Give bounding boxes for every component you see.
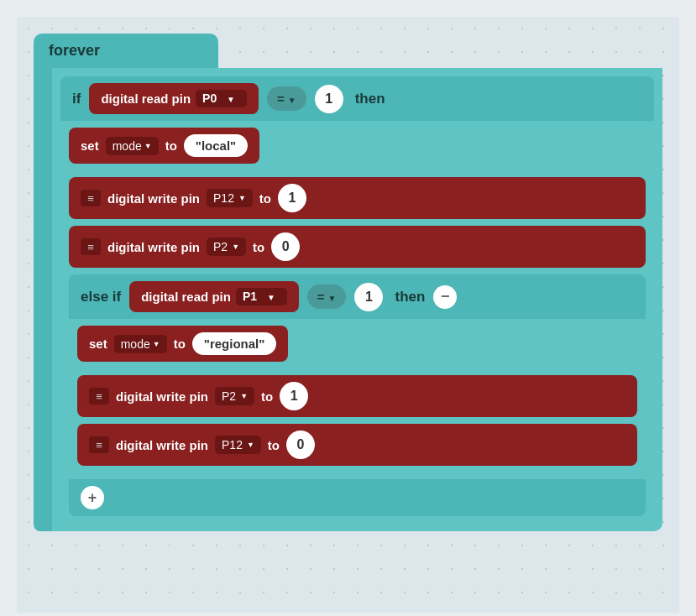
else-if-label: else if xyxy=(81,289,121,305)
digital-read-pin-label: digital read pin xyxy=(101,91,191,106)
if-condition-pill[interactable]: digital read pin P0 xyxy=(89,83,259,114)
if-dw1-pin[interactable]: P12 xyxy=(207,189,253,207)
else-if-equals-pill[interactable]: = xyxy=(307,285,347,309)
else-if-dw1-comment-icon[interactable] xyxy=(89,388,109,405)
if-set-block: set mode ▼ to "local" xyxy=(69,128,259,164)
else-if-condition-val: 1 xyxy=(354,283,383,311)
if-equals-pill[interactable]: = xyxy=(267,86,306,111)
forever-header: forever xyxy=(34,34,218,68)
else-if-then-label: then xyxy=(395,289,425,305)
if-dw1-val: 1 xyxy=(278,184,306,212)
if-dw2-block: digital write pin P2 to 0 xyxy=(69,226,646,268)
else-if-digital-read-label: digital read pin xyxy=(141,290,231,304)
else-if-dw2-block: digital write pin P12 to 0 xyxy=(77,424,637,466)
else-if-dw2-pin[interactable]: P12 xyxy=(215,436,261,454)
if-inner: set mode ▼ to "local" digital write pi xyxy=(60,121,654,523)
else-if-dw2-val: 0 xyxy=(286,431,315,459)
else-if-set-block: set mode ▼ to "regional" xyxy=(77,326,288,362)
if-condition-val: 1 xyxy=(315,85,343,113)
else-if-dw1-block: digital write pin P2 to 1 xyxy=(77,375,637,417)
forever-label: forever xyxy=(49,42,100,59)
add-button[interactable]: + xyxy=(81,486,104,509)
forever-content: if digital read pin P0 = xyxy=(52,68,662,531)
if-dw1-block: digital write pin P12 to 1 xyxy=(69,177,646,219)
else-if-row: else if digital read pin P1 = xyxy=(69,274,646,319)
workspace: forever if digital read pin P0 xyxy=(17,17,679,613)
if-dw2-pin[interactable]: P2 xyxy=(207,238,246,256)
if-label: if xyxy=(72,91,81,107)
else-if-condition-pill[interactable]: digital read pin P1 xyxy=(129,281,299,312)
if-eq-dropdown[interactable] xyxy=(288,91,296,106)
else-if-inner: set mode ▼ to "regional" xyxy=(69,319,646,479)
if-then-label: then xyxy=(355,91,385,107)
else-if-dw1-val: 1 xyxy=(280,382,308,410)
if-pin-value[interactable]: P0 xyxy=(196,90,247,107)
if-set-value[interactable]: "local" xyxy=(184,134,248,157)
if-dw1-comment-icon[interactable] xyxy=(81,190,101,206)
forever-body: if digital read pin P0 = xyxy=(34,68,662,531)
else-if-set-var[interactable]: mode ▼ xyxy=(114,335,167,353)
else-if-pin-value[interactable]: P1 xyxy=(236,288,287,305)
else-if-pin-dropdown-arrow[interactable] xyxy=(262,291,280,304)
else-if-set-value[interactable]: "regional" xyxy=(192,332,277,355)
if-row: if digital read pin P0 = xyxy=(60,76,654,121)
else-if-dw1-pin[interactable]: P2 xyxy=(215,387,254,405)
if-dw2-val: 0 xyxy=(271,232,300,261)
else-if-eq-dropdown[interactable] xyxy=(328,290,337,304)
else-if-remove-button[interactable]: − xyxy=(433,285,457,309)
forever-block: forever if digital read pin P0 xyxy=(34,34,662,531)
if-pin-dropdown-arrow[interactable] xyxy=(222,93,240,106)
add-row: + xyxy=(69,479,646,516)
forever-left-bar xyxy=(34,68,52,531)
else-if-dw2-comment-icon[interactable] xyxy=(89,436,109,453)
if-set-var[interactable]: mode ▼ xyxy=(106,137,159,155)
if-dw2-comment-icon[interactable] xyxy=(81,238,101,255)
